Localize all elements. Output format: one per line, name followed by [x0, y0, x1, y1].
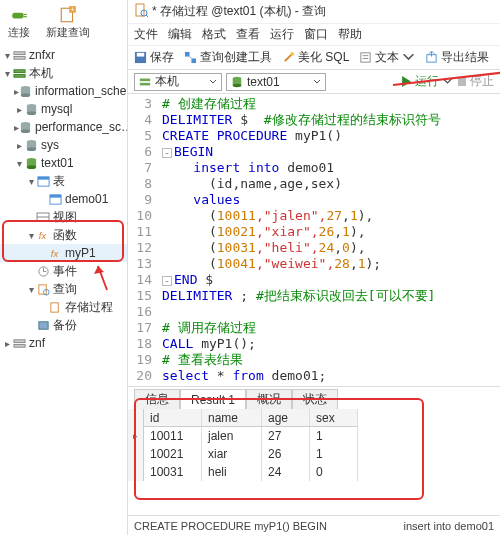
tab-result1[interactable]: Result 1	[180, 389, 246, 409]
new-query-button[interactable]: + 新建查询	[42, 4, 94, 42]
tree-item-info-schema[interactable]: ▸information_sche…	[0, 82, 127, 100]
col-name[interactable]: name	[202, 409, 262, 427]
database-icon	[231, 76, 243, 88]
stop-icon	[457, 77, 467, 87]
tree-item-znf[interactable]: ▸znf	[0, 334, 127, 352]
svg-rect-41	[13, 344, 24, 347]
tree-item-functions[interactable]: ▾fx函数	[0, 226, 127, 244]
query-icon	[36, 282, 50, 296]
tree-item-mysql[interactable]: ▸mysql	[0, 100, 127, 118]
connect-label: 连接	[8, 25, 30, 40]
svg-point-12	[21, 93, 30, 97]
stop-button[interactable]: 停止	[457, 73, 494, 90]
sql-editor[interactable]: 34567891011121314151617181920 # 创建存储过程 D…	[128, 94, 500, 386]
tree-item-views[interactable]: 视图	[0, 208, 127, 226]
tree-item-sys[interactable]: ▸sys	[0, 136, 127, 154]
result-tabs: 信息 Result 1 概况 状态	[128, 387, 500, 409]
chevron-down-icon	[313, 78, 321, 86]
tree-item-perf-schema[interactable]: ▸performance_sc…	[0, 118, 127, 136]
menu-file[interactable]: 文件	[134, 26, 158, 43]
tree-item-myp1[interactable]: fxmyP1	[0, 244, 127, 262]
svg-text:+: +	[71, 6, 75, 13]
svg-text:fx: fx	[50, 249, 58, 259]
menu-view[interactable]: 查看	[236, 26, 260, 43]
tab-info[interactable]: 信息	[134, 389, 180, 409]
tree-item-znfxr[interactable]: ▾znfxr	[0, 46, 127, 64]
line-gutter: 34567891011121314151617181920	[128, 94, 158, 386]
query-builder-button[interactable]: 查询创建工具	[184, 49, 272, 66]
new-query-icon: +	[59, 6, 77, 24]
svg-rect-57	[140, 82, 150, 85]
svg-rect-2	[24, 16, 27, 17]
tree-item-text01[interactable]: ▾text01	[0, 154, 127, 172]
result-panel: 信息 Result 1 概况 状态 id name age sex ▸ 1001…	[128, 386, 500, 481]
text-button[interactable]: 文本	[359, 49, 415, 66]
tree-item-localhost[interactable]: ▾本机	[0, 64, 127, 82]
svg-text:fx: fx	[38, 231, 46, 241]
tree-item-sp-query[interactable]: 存储过程	[0, 298, 127, 316]
result-grid[interactable]: id name age sex ▸ 10011 jalen 27 1 10021…	[128, 409, 500, 481]
svg-point-60	[233, 83, 242, 86]
new-query-label: 新建查询	[46, 25, 90, 40]
svg-rect-39	[38, 321, 47, 328]
tree-item-tables[interactable]: ▾表	[0, 172, 127, 190]
tables-icon	[36, 174, 50, 188]
grid-row[interactable]: ▸ 10011 jalen 27 1	[128, 427, 500, 445]
svg-rect-46	[137, 53, 144, 57]
svg-rect-1	[24, 14, 27, 15]
code-content: # 创建存储过程 DELIMITER $ #修改存储过程的结束标识符号 CREA…	[158, 94, 445, 386]
toolbar: 保存 查询创建工具 美化 SQL 文本 导出结果	[128, 46, 500, 70]
export-button[interactable]: 导出结果	[425, 49, 489, 66]
svg-rect-0	[12, 13, 23, 19]
svg-rect-52	[361, 53, 370, 62]
export-icon	[425, 51, 438, 64]
svg-line-44	[146, 15, 148, 17]
tree-item-queries[interactable]: ▾查询	[0, 280, 127, 298]
tree-item-backups[interactable]: 备份	[0, 316, 127, 334]
menu-window[interactable]: 窗口	[304, 26, 328, 43]
col-sex[interactable]: sex	[310, 409, 358, 427]
svg-rect-48	[191, 58, 196, 63]
svg-point-21	[26, 147, 35, 151]
play-icon	[401, 76, 412, 87]
save-button[interactable]: 保存	[134, 49, 174, 66]
function-icon: fx	[36, 228, 50, 242]
server-icon	[12, 48, 26, 62]
tab-status[interactable]: 状态	[292, 389, 338, 409]
connect-button[interactable]: 连接	[4, 4, 34, 42]
query-file-icon	[134, 3, 148, 20]
event-icon	[36, 264, 50, 278]
database-icon	[19, 84, 32, 98]
connection-tree[interactable]: ▾znfxr ▾本机 ▸information_sche… ▸mysql ▸pe…	[0, 42, 127, 356]
svg-point-51	[290, 52, 294, 56]
col-age[interactable]: age	[262, 409, 310, 427]
grid-header: id name age sex	[128, 409, 500, 427]
svg-rect-26	[37, 176, 48, 179]
connection-combo[interactable]: 本机	[134, 73, 222, 91]
database-combo[interactable]: text01	[226, 73, 326, 91]
save-icon	[134, 51, 147, 64]
svg-rect-61	[458, 78, 466, 86]
menu-help[interactable]: 帮助	[338, 26, 362, 43]
menu-format[interactable]: 格式	[202, 26, 226, 43]
svg-rect-38	[50, 302, 57, 311]
database-icon	[24, 102, 38, 116]
window-title: * 存储过程 @text01 (本机) - 查询	[152, 3, 326, 20]
status-right: insert into demo01	[404, 520, 495, 532]
database-icon	[24, 156, 38, 170]
chevron-down-icon	[402, 51, 415, 64]
query-builder-icon	[184, 51, 197, 64]
tab-summary[interactable]: 概况	[246, 389, 292, 409]
backup-icon	[36, 318, 50, 332]
run-button[interactable]: 运行	[401, 73, 453, 90]
svg-point-18	[21, 129, 30, 133]
grid-row[interactable]: 10021 xiar 26 1	[128, 445, 500, 463]
menu-edit[interactable]: 编辑	[168, 26, 192, 43]
menu-run[interactable]: 运行	[270, 26, 294, 43]
svg-point-15	[26, 111, 35, 115]
tree-item-events[interactable]: 事件	[0, 262, 127, 280]
beautify-button[interactable]: 美化 SQL	[282, 49, 349, 66]
grid-row[interactable]: 10031 heli 24 0	[128, 463, 500, 481]
tree-item-demo01[interactable]: demo01	[0, 190, 127, 208]
col-id[interactable]: id	[144, 409, 202, 427]
